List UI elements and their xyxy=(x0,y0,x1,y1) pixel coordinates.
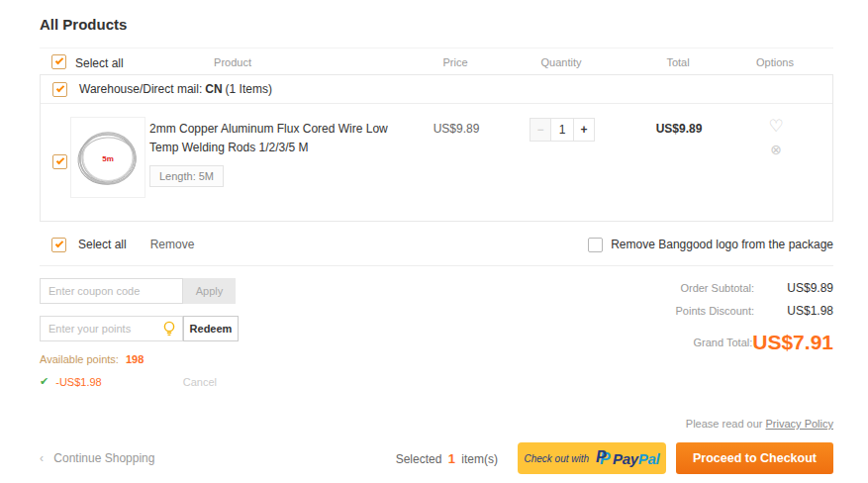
privacy-prefix: Please read our xyxy=(686,418,763,430)
points-discount-value: US$1.98 xyxy=(754,304,833,318)
available-points: Available points: 198 xyxy=(40,353,337,365)
chevron-left-icon: ‹ xyxy=(40,451,44,465)
cart-page: All Products Select all Product Price Qu… xyxy=(40,0,833,483)
discount-panel: Apply Redeem Available points: 198 ✔ -US… xyxy=(40,278,337,388)
warehouse-group: Warehouse/Direct mail: CN (1 Items) 5m xyxy=(40,74,833,222)
remove-logo-option[interactable]: Remove Banggood logo from the package xyxy=(576,238,833,252)
bulk-actions-row: Select all Remove Remove Banggood logo f… xyxy=(40,233,833,256)
selected-count: Selected 1 item(s) xyxy=(396,451,498,466)
select-all-bottom-label[interactable]: Select all xyxy=(78,238,127,251)
paypal-logo-icon: P P xyxy=(596,449,611,467)
privacy-policy-link[interactable]: Privacy Policy xyxy=(766,418,833,430)
cancel-points-button[interactable]: Cancel xyxy=(183,376,217,388)
column-options: Options xyxy=(756,56,794,68)
remove-logo-checkbox[interactable] xyxy=(588,238,603,252)
points-input-wrap xyxy=(40,316,183,341)
paypal-prefix-label: Check out with xyxy=(524,453,589,464)
points-row: Redeem xyxy=(40,316,337,341)
checkout-actions: Selected 1 item(s) Check out with P P Pa… xyxy=(396,442,833,474)
available-points-label: Available points: xyxy=(40,353,119,365)
redeem-points-button[interactable]: Redeem xyxy=(183,316,239,341)
select-all-checkbox[interactable] xyxy=(51,54,66,69)
column-quantity: Quantity xyxy=(541,56,582,68)
product-info: 2mm Copper Aluminum Flux Cored Wire Low … xyxy=(149,120,405,187)
check-icon xyxy=(56,83,64,91)
continue-shopping-label: Continue Shopping xyxy=(53,451,154,465)
selected-count-value: 1 xyxy=(448,451,455,466)
wire-coil-image: 5m xyxy=(71,118,145,197)
grand-total-value: US$7.91 xyxy=(752,331,833,354)
paypal-word-pal: Pal xyxy=(638,450,660,467)
continue-shopping-link[interactable]: ‹ Continue Shopping xyxy=(40,451,154,465)
grand-total-label: Grand Total: xyxy=(694,337,753,348)
select-all-label[interactable]: Select all xyxy=(75,56,124,70)
proceed-to-checkout-button[interactable]: Proceed to Checkout xyxy=(676,442,833,474)
item-options: ♡ ⊗ xyxy=(768,118,783,156)
warehouse-code: CN xyxy=(205,82,222,96)
points-discount-label: Points Discount: xyxy=(676,305,754,317)
wishlist-heart-icon[interactable]: ♡ xyxy=(768,118,783,135)
warehouse-item-count: (1 Items) xyxy=(226,82,272,96)
cart-item-row: 5m 2mm Copper Aluminum Flux Cored Wire L… xyxy=(41,104,832,221)
lightbulb-icon xyxy=(162,321,176,338)
paypal-checkout-button[interactable]: Check out with P P PayPal xyxy=(518,442,666,474)
points-applied-row: ✔ -US$1.98 Cancel xyxy=(40,375,337,388)
image-length-label: 5m xyxy=(102,154,114,163)
quantity-decrease-button[interactable]: − xyxy=(530,118,550,142)
subtotal-row: Order Subtotal: US$9.89 xyxy=(676,281,833,295)
column-total: Total xyxy=(666,56,689,68)
available-points-value: 198 xyxy=(126,353,144,365)
cart-table-header: Select all Product Price Quantity Total … xyxy=(40,48,833,74)
product-title[interactable]: 2mm Copper Aluminum Flux Cored Wire Low … xyxy=(149,120,405,156)
privacy-note: Please read our Privacy Policy xyxy=(40,418,833,430)
paypal-wordmark: PayPal xyxy=(613,450,659,467)
checkout-row: ‹ Continue Shopping Selected 1 item(s) C… xyxy=(40,442,833,474)
applied-discount-amount: -US$1.98 xyxy=(55,376,101,388)
check-icon xyxy=(55,56,63,64)
column-product: Product xyxy=(214,56,251,68)
column-price: Price xyxy=(442,56,467,68)
paypal-word-pay: Pay xyxy=(613,450,638,467)
cart-summary-section: Apply Redeem Available points: 198 ✔ -US… xyxy=(40,278,833,388)
warehouse-label: Warehouse/Direct mail: xyxy=(79,82,202,96)
item-total: US$9.89 xyxy=(656,122,703,136)
coupon-row: Apply xyxy=(40,278,337,304)
quantity-stepper: − 1 + xyxy=(530,118,595,142)
check-icon xyxy=(56,156,64,164)
remove-logo-label: Remove Banggood logo from the package xyxy=(611,238,833,251)
section-divider xyxy=(40,265,833,266)
variant-chip[interactable]: Length: 5M xyxy=(149,165,224,187)
select-all-bottom-checkbox[interactable] xyxy=(51,238,66,252)
paypal-p-front: P xyxy=(596,449,607,465)
points-discount-row: Points Discount: US$1.98 xyxy=(676,304,833,318)
page-title: All Products xyxy=(40,0,833,33)
warehouse-checkbox[interactable] xyxy=(52,82,67,97)
subtotal-label: Order Subtotal: xyxy=(680,282,754,294)
selected-suffix: item(s) xyxy=(461,452,498,466)
warehouse-header: Warehouse/Direct mail: CN (1 Items) xyxy=(41,75,832,104)
item-checkbox[interactable] xyxy=(52,154,67,169)
grand-total-row: Grand Total: US$7.91 xyxy=(676,331,833,354)
subtotal-value: US$9.89 xyxy=(754,281,833,295)
check-icon xyxy=(55,239,63,246)
coupon-input[interactable] xyxy=(40,278,183,304)
delete-item-icon[interactable]: ⊗ xyxy=(770,143,782,156)
order-summary: Order Subtotal: US$9.89 Points Discount:… xyxy=(676,278,833,388)
remove-selected-button[interactable]: Remove xyxy=(150,238,195,251)
apply-coupon-button[interactable]: Apply xyxy=(183,278,236,304)
quantity-value[interactable]: 1 xyxy=(550,118,574,142)
product-image[interactable]: 5m xyxy=(70,117,145,198)
quantity-increase-button[interactable]: + xyxy=(574,118,595,142)
applied-check-icon: ✔ xyxy=(40,375,48,388)
item-price: US$9.89 xyxy=(434,122,480,136)
selected-prefix: Selected xyxy=(396,452,442,466)
